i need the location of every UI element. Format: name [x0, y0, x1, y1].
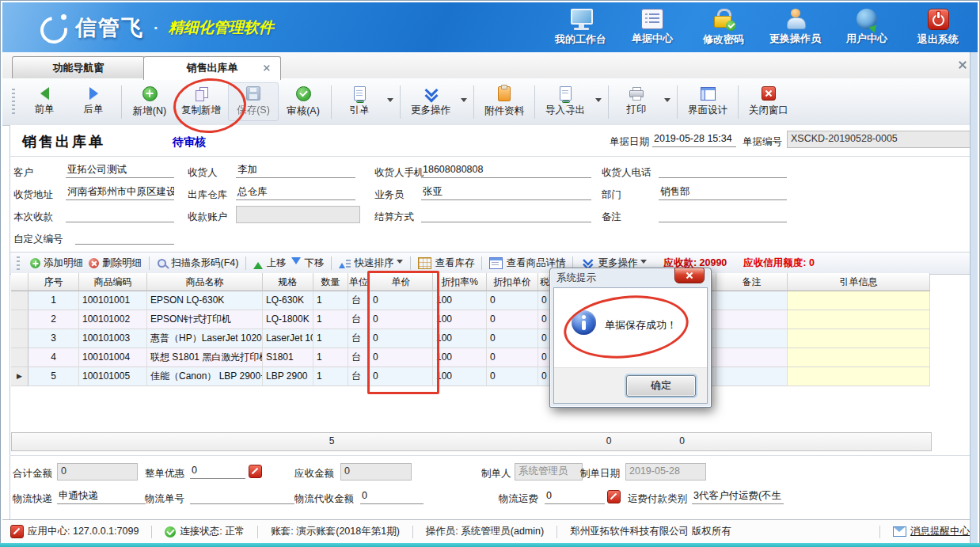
grid-cell[interactable]: 佳能（Canon） LBP 2900+	[147, 367, 263, 386]
grid-column-header[interactable]: 折扣率%	[433, 273, 487, 291]
grid-cell[interactable]	[716, 367, 788, 386]
pull-order-button[interactable]: 引单	[335, 83, 384, 120]
grid-cell[interactable]: 5	[28, 367, 79, 386]
grid-cell[interactable]: 100101005	[79, 367, 147, 386]
grid-row-selector[interactable]	[11, 329, 28, 348]
tracking-number-field[interactable]	[190, 488, 294, 504]
grid-cell[interactable]: 1	[313, 348, 348, 367]
order-discount-field[interactable]: 0	[190, 463, 245, 479]
grid-cell[interactable]: 0	[370, 367, 433, 386]
nav-my-workbench[interactable]: 我的工作台	[555, 9, 606, 47]
grid-cell[interactable]: 1	[313, 291, 348, 310]
grid-column-header[interactable]: 数量	[313, 273, 348, 291]
grid-cell[interactable]: 0	[487, 310, 538, 329]
grid-row-selector[interactable]	[11, 291, 28, 310]
grid-cell[interactable]	[788, 329, 930, 348]
grid-cell[interactable]: 100	[433, 348, 487, 367]
grid-cell[interactable]: 0	[487, 367, 538, 386]
quick-sort-button[interactable]: 快速排序	[339, 256, 403, 270]
grid-cell[interactable]: 100101004	[79, 348, 147, 367]
logistics-courier-field[interactable]: 申通快递	[57, 488, 146, 504]
grid-cell[interactable]: S1801	[263, 348, 313, 367]
grid-column-header[interactable]: 引单信息	[788, 273, 930, 291]
copy-new-button[interactable]: 复制新增	[174, 84, 228, 120]
nav-change-password[interactable]: 修改密码	[698, 9, 749, 47]
grid-cell[interactable]: 1	[313, 329, 348, 348]
grid-cell[interactable]: 2	[28, 310, 79, 329]
remark-field[interactable]	[659, 207, 787, 222]
grid-column-header[interactable]: 商品名称	[147, 273, 263, 291]
grid-cell[interactable]	[716, 291, 788, 310]
grid-cell[interactable]: 台	[348, 367, 370, 386]
import-export-button[interactable]: 导入导出	[538, 83, 592, 120]
grid-cell[interactable]: 联想 S1801 黑白激光打印机	[147, 348, 263, 367]
grid-column-header[interactable]: 序号	[28, 273, 79, 291]
new-button[interactable]: 新增(N)	[125, 83, 174, 121]
tab-sales-outbound-order[interactable]: 销售出库单	[143, 56, 281, 80]
grid-cell[interactable]: 1	[28, 291, 79, 310]
ok-button[interactable]: 确定	[626, 375, 696, 397]
grid-cell[interactable]: 台	[348, 329, 370, 348]
ui-design-button[interactable]: 界面设计	[681, 84, 735, 120]
grid-column-header[interactable]: 规格	[263, 273, 313, 291]
custom-number-field[interactable]	[75, 229, 174, 245]
grid-cell[interactable]: 0	[370, 348, 433, 367]
grid-cell[interactable]: LBP 2900	[263, 367, 313, 386]
next-doc-button[interactable]: 后单	[69, 84, 118, 120]
grid-column-header[interactable]: 商品编码	[79, 273, 147, 291]
delete-detail-button[interactable]: 删除明细	[89, 256, 142, 270]
grid-cell[interactable]: LQ-1800K	[263, 310, 313, 329]
more-actions-dropdown-caret[interactable]	[461, 98, 467, 105]
audit-button[interactable]: 审核(A)	[279, 83, 328, 121]
cod-amount-field[interactable]: 0	[360, 488, 424, 504]
order-discount-edit-icon[interactable]	[249, 465, 262, 478]
grid-column-header[interactable]: 备注	[716, 273, 788, 291]
pull-order-dropdown-caret[interactable]	[387, 98, 393, 105]
grid-cell[interactable]: 0	[487, 291, 538, 310]
grid-cell[interactable]	[716, 329, 788, 348]
attachments-button[interactable]: 附件资料	[477, 83, 531, 121]
grid-cell[interactable]: 台	[348, 291, 370, 310]
grid-cell[interactable]: 1	[313, 367, 348, 386]
grid-row-selector[interactable]	[11, 310, 28, 329]
current-payment-field[interactable]	[66, 207, 174, 222]
delivery-address-field[interactable]: 河南省郑州市中原区建设路	[66, 184, 174, 200]
scan-barcode-button[interactable]: 扫描条形码(F4)	[157, 256, 238, 270]
grid-cell[interactable]: 100	[433, 329, 487, 348]
settlement-method-field[interactable]	[421, 207, 591, 222]
freight-edit-icon[interactable]	[607, 490, 621, 503]
grid-cell[interactable]: 100	[433, 367, 487, 386]
message-reminder-center-link[interactable]: 消息提醒中心	[893, 525, 970, 538]
save-button[interactable]: 保存(S)	[228, 82, 279, 121]
warehouse-field[interactable]: 总仓库	[236, 184, 355, 200]
grid-cell[interactable]	[716, 310, 788, 329]
consignee-mobile-field[interactable]: 18608080808	[421, 162, 591, 178]
grid-cell[interactable]: 100101001	[79, 291, 147, 310]
dialog-title[interactable]: 系统提示	[556, 272, 596, 285]
detail-toolbar-grip[interactable]	[17, 256, 20, 271]
print-dropdown-caret[interactable]	[664, 98, 670, 105]
more-actions-button[interactable]: 更多操作	[404, 84, 458, 120]
consignee-field[interactable]: 李加	[236, 162, 355, 178]
grid-cell[interactable]	[788, 310, 930, 329]
grid-cell[interactable]	[788, 367, 930, 386]
grid-cell[interactable]: 0	[370, 291, 433, 310]
grid-cell[interactable]: EPSON针式打印机	[147, 310, 263, 329]
grid-cell[interactable]: 100101003	[79, 329, 147, 348]
grid-cell[interactable]: LQ-630K	[263, 291, 313, 310]
grid-cell[interactable]: 100101002	[79, 310, 147, 329]
nav-document-center[interactable]: 单据中心	[627, 9, 678, 47]
salesperson-field[interactable]: 张亚	[421, 184, 591, 200]
grid-cell[interactable]: 1	[313, 310, 348, 329]
move-up-button[interactable]: 上移	[253, 256, 286, 270]
freight-field[interactable]: 0	[545, 488, 605, 504]
grid-cell[interactable]: 0	[487, 348, 538, 367]
grid-cell[interactable]	[716, 348, 788, 367]
panel-close-icon[interactable]	[958, 60, 967, 69]
grid-cell[interactable]: 0	[487, 329, 538, 348]
detail-more-dropdown-caret[interactable]	[640, 260, 647, 267]
customer-field[interactable]: 亚拓公司测试	[66, 162, 174, 178]
grid-cell[interactable]: 100	[433, 310, 487, 329]
grid-cell[interactable]	[788, 348, 930, 367]
close-window-button[interactable]: 关闭窗口	[742, 83, 796, 120]
